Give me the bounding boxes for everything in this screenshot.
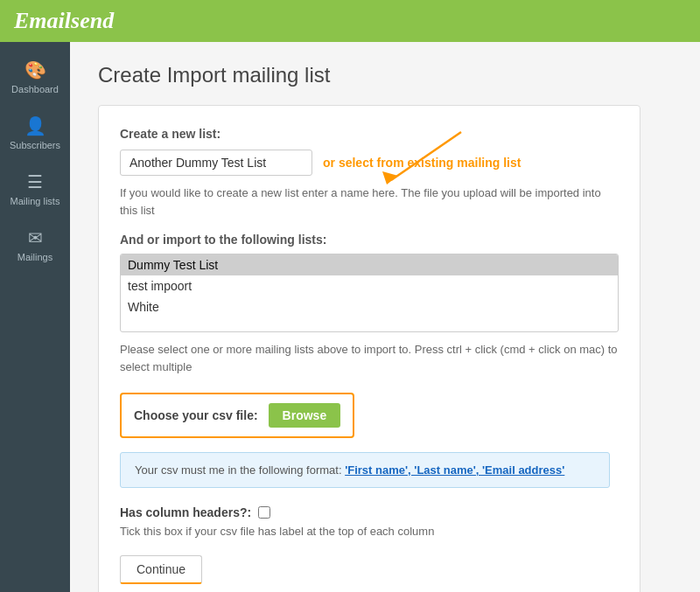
subscribers-icon: 👤: [24, 115, 46, 136]
sidebar-item-mailing-lists[interactable]: ☰ Mailing lists: [0, 161, 70, 217]
select-helper-text: Please select one or more mailing lists …: [120, 341, 619, 375]
csv-file-row: Choose your csv file: Browse: [120, 393, 354, 438]
sidebar-item-label: Mailing lists: [10, 196, 60, 206]
mailing-list-option[interactable]: Dummy Test List: [121, 254, 618, 275]
column-headers-label: Has column headers?:: [120, 505, 251, 519]
browse-button[interactable]: Browse: [269, 403, 341, 428]
header: Emailsend: [0, 0, 700, 42]
sidebar-item-dashboard[interactable]: 🎨 Dashboard: [0, 49, 70, 105]
column-headers-row: Has column headers?:: [120, 505, 619, 519]
form-card: Create a new list: or select from existi…: [98, 105, 640, 592]
mailing-list-select[interactable]: Dummy Test List test impoort White: [120, 254, 619, 332]
csv-format-text: Your csv must me in the following format…: [135, 463, 342, 477]
dashboard-icon: 🎨: [24, 59, 46, 80]
column-headers-checkbox[interactable]: [258, 506, 270, 519]
csv-format-box: Your csv must me in the following format…: [120, 452, 610, 488]
list-name-input[interactable]: [120, 150, 312, 176]
mailing-list-option[interactable]: test impoort: [121, 275, 618, 296]
sidebar: 🎨 Dashboard 👤 Subscribers ☰ Mailing list…: [0, 42, 70, 592]
sidebar-item-label: Mailings: [18, 252, 52, 262]
sidebar-item-label: Subscribers: [10, 140, 60, 150]
column-headers-helper: Tick this box if your csv file has label…: [120, 525, 619, 538]
csv-label: Choose your csv file:: [134, 408, 258, 422]
import-lists-label: And or import to the following lists:: [120, 233, 619, 247]
mailings-icon: ✉: [28, 227, 43, 248]
csv-format-fields: 'First name', 'Last name', 'Email addres…: [345, 463, 564, 477]
create-list-label: Create a new list:: [120, 127, 619, 141]
main-content: Create Import mailing list Create a new …: [70, 42, 700, 592]
mailing-lists-icon: ☰: [27, 171, 43, 192]
mailing-list-option[interactable]: White: [121, 296, 618, 317]
continue-button[interactable]: Continue: [120, 555, 202, 584]
layout: 🎨 Dashboard 👤 Subscribers ☰ Mailing list…: [0, 42, 700, 592]
logo: Emailsend: [14, 8, 114, 34]
list-name-row: or select from existing mailing list: [120, 150, 619, 176]
sidebar-item-label: Dashboard: [11, 84, 59, 94]
sidebar-item-subscribers[interactable]: 👤 Subscribers: [0, 105, 70, 161]
list-name-container: or select from existing mailing list: [120, 150, 619, 176]
or-select-link[interactable]: or select from existing mailing list: [323, 156, 521, 170]
page-title: Create Import mailing list: [98, 63, 672, 87]
new-list-helper-text: If you would like to create a new list e…: [120, 185, 619, 219]
sidebar-item-mailings[interactable]: ✉ Mailings: [0, 217, 70, 273]
